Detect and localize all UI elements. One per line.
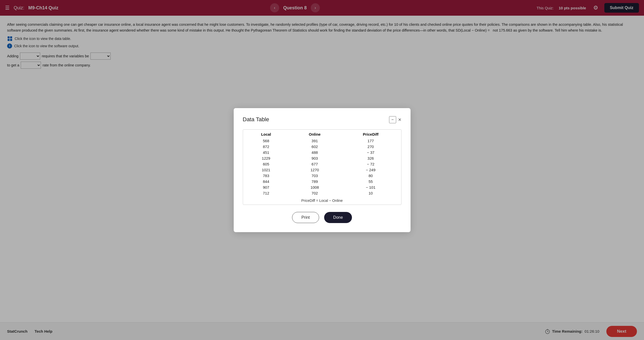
table-row: 605677− 72 <box>243 161 401 167</box>
col-header-online: Online <box>289 130 340 138</box>
modal-overlay[interactable]: Data Table − × Local Online PriceDiff 56… <box>0 0 644 340</box>
table-row: 9071008− 101 <box>243 184 401 190</box>
table-cell: 488 <box>289 150 340 155</box>
modal-minimize-button[interactable]: − <box>389 116 396 123</box>
modal-title: Data Table <box>243 116 269 123</box>
done-button[interactable]: Done <box>324 212 352 223</box>
table-cell: 783 <box>243 173 289 179</box>
table-row: 872602270 <box>243 144 401 150</box>
table-cell: 1008 <box>289 184 340 190</box>
modal-controls: − × <box>389 116 401 123</box>
table-cell: 872 <box>243 144 289 150</box>
table-row: 568391177 <box>243 138 401 144</box>
modal-close-button[interactable]: × <box>398 117 401 123</box>
table-cell: − 249 <box>340 167 401 173</box>
table-row: 451488− 37 <box>243 150 401 155</box>
table-cell: 1021 <box>243 167 289 173</box>
table-row: 84478955 <box>243 179 401 184</box>
table-row: 1229903326 <box>243 155 401 161</box>
data-table: Local Online PriceDiff 56839117787260227… <box>243 130 401 205</box>
table-cell: 1229 <box>243 155 289 161</box>
table-cell: 270 <box>340 144 401 150</box>
table-row: 71270210 <box>243 190 401 196</box>
data-table-wrapper: Local Online PriceDiff 56839117787260227… <box>243 129 401 205</box>
table-cell: 703 <box>289 173 340 179</box>
table-cell: 602 <box>289 144 340 150</box>
table-cell: 702 <box>289 190 340 196</box>
table-cell: 605 <box>243 161 289 167</box>
table-row: 78370380 <box>243 173 401 179</box>
table-cell: 391 <box>289 138 340 144</box>
table-cell: − 37 <box>340 150 401 155</box>
table-cell: 1270 <box>289 167 340 173</box>
table-cell: 789 <box>289 179 340 184</box>
table-cell: 80 <box>340 173 401 179</box>
table-cell: 177 <box>340 138 401 144</box>
table-cell: 55 <box>340 179 401 184</box>
col-header-local: Local <box>243 130 289 138</box>
table-cell: 10 <box>340 190 401 196</box>
table-cell: 326 <box>340 155 401 161</box>
formula-text: PriceDiff = Local − Online <box>243 196 401 205</box>
data-table-modal: Data Table − × Local Online PriceDiff 56… <box>234 108 411 232</box>
table-cell: 677 <box>289 161 340 167</box>
table-row: 10211270− 249 <box>243 167 401 173</box>
modal-header: Data Table − × <box>243 116 401 123</box>
table-header-row: Local Online PriceDiff <box>243 130 401 138</box>
modal-footer: Print Done <box>243 212 401 223</box>
col-header-pricediff: PriceDiff <box>340 130 401 138</box>
table-cell: 712 <box>243 190 289 196</box>
table-cell: 568 <box>243 138 289 144</box>
print-button[interactable]: Print <box>292 212 319 223</box>
table-cell: − 101 <box>340 184 401 190</box>
formula-row: PriceDiff = Local − Online <box>243 196 401 205</box>
table-cell: 451 <box>243 150 289 155</box>
table-cell: 903 <box>289 155 340 161</box>
table-cell: − 72 <box>340 161 401 167</box>
table-cell: 907 <box>243 184 289 190</box>
table-cell: 844 <box>243 179 289 184</box>
